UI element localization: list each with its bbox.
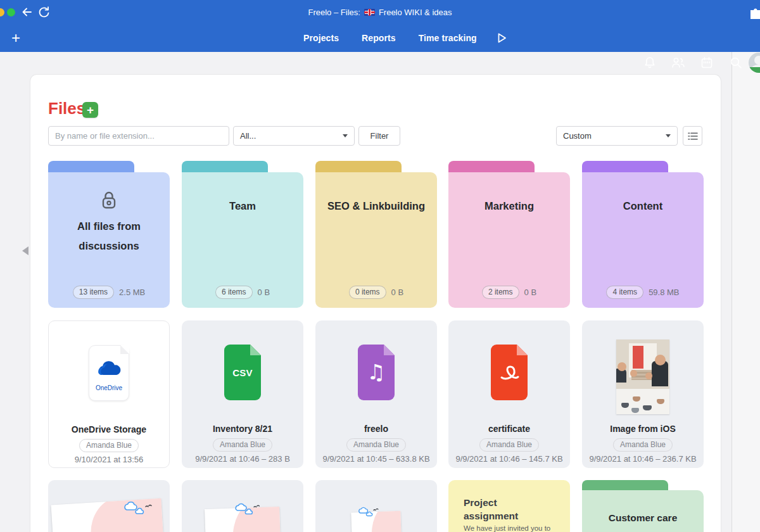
folder-name: Marketing [457,196,561,216]
items-badge: 0 items [349,286,386,299]
file-name: Inventory 8/21 [186,424,300,434]
image-thumbnail [616,339,669,414]
calendar-icon[interactable] [699,55,714,70]
folder-card[interactable]: All files from discussions 13 items 2.5 … [48,161,170,308]
author-badge: Amanda Blue [613,438,673,452]
cloud-doodle-icon [123,502,153,518]
items-badge: 13 items [73,286,114,299]
image-file-card[interactable] [48,480,170,532]
right-margin [732,52,760,532]
image-file-card[interactable] [182,480,303,532]
file-name: certificate [452,424,566,434]
uk-flag-icon [364,9,375,16]
author-badge: Amanda Blue [479,438,539,452]
nav-time-tracking[interactable]: Time tracking [419,33,477,43]
page-title: Files [48,99,86,118]
list-view-button[interactable] [683,126,702,146]
type-filter-select[interactable]: All... [233,126,355,146]
add-file-button[interactable]: + [82,102,98,118]
sidebar-collapse-arrow-icon[interactable] [22,246,28,255]
chevron-down-icon [343,134,348,137]
music-note-icon: ♫ [358,360,395,384]
file-meta: 9/9/2021 at 10:46 – 236.7 KB [582,454,704,464]
file-name: freelo [319,424,433,434]
search-input[interactable] [48,126,229,146]
folder-card[interactable]: SEO & Linkbuilding 0 items 0 B [315,161,437,308]
contacts-users-icon[interactable] [670,55,687,70]
file-meta: 9/9/2021 at 10:46 – 283 B [182,454,303,464]
window-title: Freelo – Files: Freelo WIKI & ideas [0,0,760,24]
author-badge: Amanda Blue [213,438,272,452]
notifications-bell-icon[interactable] [642,55,657,70]
folder-card[interactable]: Customer care [582,480,704,532]
folder-size: 0 B [391,288,404,297]
file-card[interactable]: ♫ freelo Amanda Blue 9/9/2021 at 10:45 –… [315,320,437,468]
filter-button[interactable]: Filter [358,126,400,146]
items-badge: 4 items [606,286,643,299]
nav-reports[interactable]: Reports [362,33,396,43]
folder-name: Team [191,196,294,216]
window-titlebar: Freelo – Files: Freelo WIKI & ideas [0,0,760,24]
author-badge: Amanda Blue [79,439,139,452]
folder-size: 2.5 MB [119,288,145,297]
chevron-down-icon [666,134,671,137]
folder-size: 0 B [258,288,270,297]
sort-select[interactable]: Custom [556,126,678,146]
items-badge: 6 items [215,286,253,299]
items-badge: 2 items [482,286,519,299]
folder-card[interactable]: Team 6 items 0 B [182,161,303,308]
onedrive-label: OneDrive [89,384,129,391]
add-button[interactable]: + [6,28,25,48]
folder-size: 59.8 MB [649,288,679,297]
lock-icon [48,189,170,212]
cloud-doodle-icon [357,507,380,519]
author-badge: Amanda Blue [346,438,406,452]
note-file-card[interactable]: Project assignment We have just invited … [448,480,570,532]
nav-projects[interactable]: Projects [303,33,339,43]
folder-name: All files from discussions [57,217,161,255]
file-meta: 9/10/2021 at 13:56 [49,455,169,464]
file-meta: 9/9/2021 at 10:45 – 633.8 KB [315,454,437,464]
onedrive-file-icon: OneDrive [89,345,129,401]
play-timer-icon[interactable] [495,31,509,45]
app-navbar: + Projects Reports Time tracking [0,24,760,52]
search-icon[interactable] [728,55,744,70]
file-card[interactable]: OneDrive OneDrive Storage Amanda Blue 9/… [48,320,170,468]
file-name: OneDrive Storage [53,424,165,434]
file-card[interactable]: CSV Inventory 8/21 Amanda Blue 9/9/2021 … [182,320,303,468]
file-card[interactable]: Image from iOS Amanda Blue 9/9/2021 at 1… [582,320,704,468]
folder-name: Content [591,196,695,216]
panel-divider [732,52,732,532]
file-meta: 9/9/2021 at 10:46 – 145.7 KB [448,454,570,464]
folder-card[interactable]: Marketing 2 items 0 B [448,161,570,308]
folder-card[interactable]: Content 4 items 59.8 MB [582,161,704,308]
nav-links: Projects Reports Time tracking [303,24,509,52]
folder-size: 0 B [524,288,537,297]
folder-name: Customer care [591,509,695,528]
file-name: Image from iOS [586,424,700,434]
file-card[interactable]: certificate Amanda Blue 9/9/2021 at 10:4… [448,320,570,468]
note-title: Project assignment [464,497,551,523]
folder-name: SEO & Linkbuilding [324,196,428,216]
image-file-card[interactable] [315,480,437,532]
cloud-doodle-icon [234,503,262,518]
extensions-puzzle-icon[interactable] [749,6,760,20]
note-body: We have just invited you to [464,524,561,532]
